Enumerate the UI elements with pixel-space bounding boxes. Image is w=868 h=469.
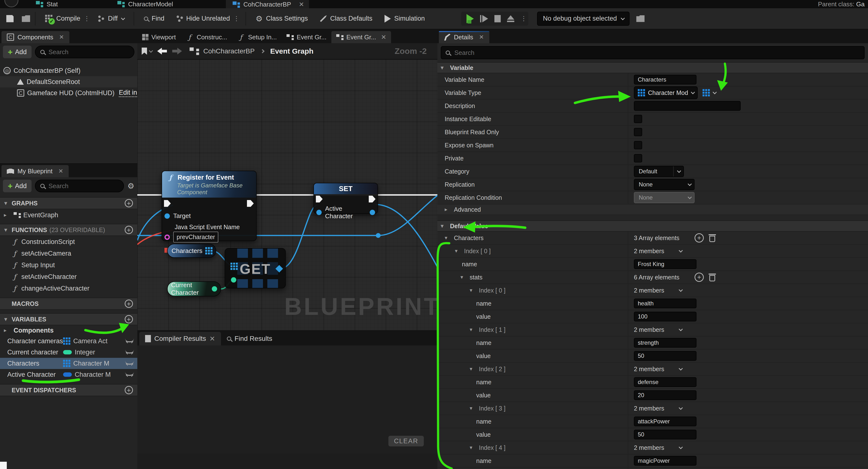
array-pin[interactable] [205,247,212,255]
stat-name-input[interactable]: attackPower [634,416,696,426]
replication-dropdown[interactable]: None [634,179,694,190]
close-icon[interactable]: ✕ [479,34,484,40]
diff-button[interactable]: Diff [93,11,129,26]
tab-find-results[interactable]: Find Results [221,332,278,346]
stat-value-input[interactable]: 100 [634,312,696,321]
add-function-icon[interactable]: + [125,226,133,234]
graph-tab[interactable]: ƒ Event Gr... ✕ [282,31,331,43]
eject-icon[interactable] [507,15,514,22]
container-type-dropdown[interactable] [703,89,716,96]
add-variable-icon[interactable]: + [125,315,133,323]
character-name-input[interactable]: Frost King [634,259,696,269]
value-out-pin[interactable] [370,210,375,215]
tab-compiler-results[interactable]: Compiler Results ✕ [139,332,221,346]
function-row[interactable]: ƒ setActiveCamera [0,247,137,259]
class-settings-button[interactable]: ⚙ Class Settings [251,11,313,26]
asset-tab-cohcharacterbp[interactable]: CohCharacterBP ✕ [226,0,309,9]
tree-item-self[interactable]: ◎ CohCharacterBP (Self) [0,65,137,76]
edit-in-link[interactable]: Edit in [119,89,137,97]
save-icon[interactable] [6,15,13,22]
tab-my-blueprint[interactable]: My Blueprint ✕ [1,165,69,177]
target-pin[interactable] [164,213,170,219]
add-component-button[interactable]: + Add [3,46,32,58]
add-graph-icon[interactable]: + [125,199,133,207]
browse-icon[interactable] [22,15,30,22]
app-logo-circle[interactable] [4,0,19,7]
variables-section-header[interactable]: ▾ VARIABLES + [0,313,137,325]
add-element-icon[interactable]: + [694,233,704,242]
asset-tab-stat[interactable]: Stat [29,0,65,8]
parent-class-link[interactable]: Ga [856,0,865,9]
variable-type-chip[interactable]: Character M [63,360,124,367]
close-icon[interactable]: ✕ [59,34,64,40]
my-blueprint-search-input[interactable]: Search [35,180,124,192]
variable-type-chip[interactable]: Camera Act [63,338,124,345]
stop-icon[interactable] [494,15,501,22]
node-register-for-event[interactable]: ƒ Register for Event Target is Gameface … [161,171,257,241]
tree-item-defaultsceneroot[interactable]: DefaultSceneRoot [0,76,137,87]
trash-icon[interactable] [709,273,716,281]
add-blueprint-item-button[interactable]: + Add [3,180,32,192]
components-group-row[interactable]: ▸ Components [0,325,137,335]
browse-debug-icon[interactable] [636,15,645,22]
members-dropdown[interactable]: 2 members [634,405,682,412]
variable-type-chip[interactable]: Character M [63,371,124,378]
description-input[interactable] [634,101,741,111]
variable-type-chip[interactable]: Integer [63,349,124,356]
event-dispatchers-section-header[interactable]: EVENT DISPATCHERS + [0,384,137,396]
components-search-input[interactable]: Search [35,46,134,58]
graph-tab[interactable]: ƒ Construc... ✕ [181,31,232,43]
functions-section-header[interactable]: ▾ FUNCTIONS (23 OVERRIDABLE) + [0,224,137,236]
compile-options-icon[interactable]: ⋮ [84,17,86,20]
compile-button[interactable]: ✓ Compile ⋮ [40,11,91,26]
value-pin[interactable] [212,286,217,292]
tab-components[interactable]: C Components ✕ [1,31,69,43]
variable-row[interactable]: Character cameras Camera Act [0,335,137,347]
node-array-get[interactable]: GET [225,248,286,288]
breadcrumb-root[interactable]: CohCharacterBP [203,47,255,55]
variable-name-input[interactable]: Characters [634,75,696,85]
play-options-icon[interactable]: ⋮ [521,17,523,20]
tab-details[interactable]: Details ✕ [439,31,489,43]
graph-canvas[interactable]: BLUEPRINT ƒ Register for Event Target is… [137,59,437,330]
members-dropdown[interactable]: 2 members [634,287,682,294]
stat-value-input[interactable]: 50 [634,351,696,361]
tree-item-gameface-hud[interactable]: C Gameface HUD (CohtmlHUD) Edit in [0,87,137,98]
blueprint-read-only-checkbox[interactable] [634,128,642,136]
bookmark-dropdown[interactable] [142,48,152,55]
asset-tab-charactermodel[interactable]: CharacterModel [111,0,180,8]
graphs-section-header[interactable]: ▾ GRAPHS + [0,197,137,209]
members-dropdown[interactable]: 2 members [634,365,682,373]
index-in-pin[interactable] [231,277,236,283]
stat-name-input[interactable]: health [634,299,696,308]
stat-name-input[interactable]: magicPower [634,456,696,466]
node-characters-getter[interactable]: Characters [167,244,216,258]
add-macro-icon[interactable]: + [125,299,133,308]
members-dropdown[interactable]: 2 members [634,326,682,333]
find-button[interactable]: Find [139,11,169,26]
visibility-eye-icon[interactable] [125,372,134,376]
function-row[interactable]: ƒ changeActiveCharacter [0,283,137,294]
function-row[interactable]: ƒ Setup Input [0,259,137,271]
hide-unrelated-button[interactable]: Hide Unrelated ⋮ [172,11,241,26]
class-defaults-button[interactable]: Class Defaults [315,11,377,26]
debug-object-dropdown[interactable]: No debug object selected [537,12,629,26]
clear-button[interactable]: CLEAR [389,436,424,446]
settings-gear-icon[interactable]: ⚙ [127,182,134,190]
variable-row[interactable]: Active Character Character M [0,369,137,380]
visibility-eye-icon[interactable] [125,350,134,353]
variable-row[interactable]: Current character Integer [0,347,137,358]
node-set-active-character[interactable]: SET Active Character [313,183,378,214]
exec-out-pin[interactable] [369,196,375,202]
exec-out-pin[interactable] [247,200,254,207]
exec-in-pin[interactable] [316,196,323,202]
step-forward-icon[interactable] [480,15,488,22]
close-icon[interactable]: ✕ [209,335,215,343]
hide-unrelated-options-icon[interactable]: ⋮ [234,17,236,20]
macros-section-header[interactable]: MACROS + [0,298,137,310]
exec-in-pin[interactable] [164,200,171,207]
trash-icon[interactable] [709,234,716,242]
back-arrow-icon[interactable] [157,48,167,55]
private-checkbox[interactable] [634,154,642,163]
expose-on-spawn-checkbox[interactable] [634,141,642,149]
